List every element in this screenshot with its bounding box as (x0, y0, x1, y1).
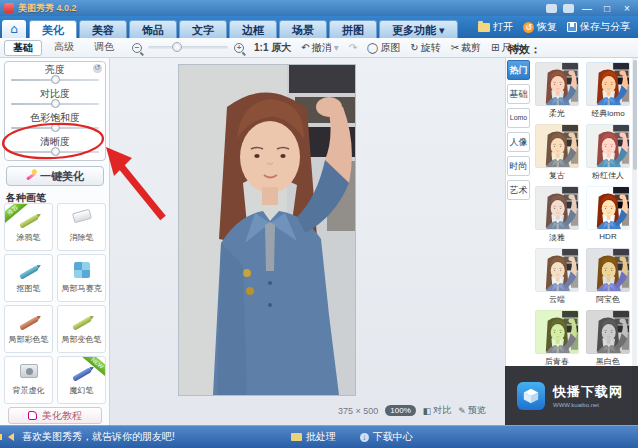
effects-panel-title: 特效： (508, 42, 541, 57)
brightness-thumb[interactable] (51, 75, 60, 84)
folder-open-icon (478, 23, 490, 32)
kuaibo-cube-icon (517, 382, 545, 410)
photo-dimensions: 375 × 500 (338, 406, 378, 416)
compare-original-button[interactable]: ◯ 原图 (367, 41, 400, 55)
photo-info-bar: 375 × 500 100% ◧ 对比 ✎ 预览 (338, 404, 486, 417)
crop-button[interactable]: ✂ 裁剪 (451, 41, 481, 55)
filter-thumb[interactable] (535, 124, 579, 168)
contrast-track[interactable] (11, 103, 99, 105)
close-button[interactable]: × (620, 4, 634, 13)
undo-button[interactable]: ↶ 撤消 ▾ (301, 41, 338, 55)
tab-beauty[interactable]: 美容 (79, 20, 127, 38)
tab-frame[interactable]: 边框 (229, 20, 277, 38)
brush-mosaic[interactable]: 局部马赛克 (57, 254, 106, 302)
original-icon: ◯ (367, 42, 378, 53)
effects-cat-fashion[interactable]: 时尚 (507, 156, 530, 176)
open-button[interactable]: 打开 (478, 20, 513, 34)
watermark-name: 快播下载网 (553, 383, 623, 401)
download-icon: ↓ (360, 433, 369, 442)
doodle-pen-icon (19, 214, 39, 228)
filter-thumb[interactable] (586, 124, 630, 168)
filter-thumb[interactable] (535, 62, 579, 106)
filter-thumb[interactable] (586, 186, 630, 230)
effects-scrollbar-thumb[interactable] (633, 60, 637, 170)
subtab-tone[interactable]: 调色 (86, 40, 122, 56)
brightness-track[interactable] (11, 79, 99, 81)
filter-label: 阿宝色 (584, 294, 632, 305)
rotate-button[interactable]: ↻ 旋转 (410, 41, 440, 55)
brush-background-blur[interactable]: 背景虚化 (4, 356, 53, 404)
tab-beautify[interactable]: 美化 (29, 20, 77, 38)
effects-cat-portrait[interactable]: 人像 (507, 132, 530, 152)
zoom-slider[interactable] (148, 46, 228, 49)
restore-button[interactable]: ↺ 恢复 (523, 20, 557, 34)
sharpness-thumb[interactable] (51, 147, 60, 156)
slider-contrast: 对比度 (11, 88, 99, 112)
brush-magic-pen[interactable]: NEW 魔幻笔 (57, 356, 106, 404)
saturation-thumb[interactable] (51, 123, 60, 132)
tutorial-button[interactable]: 美化教程 (8, 407, 102, 424)
preview-icon: ✎ (458, 406, 466, 416)
effects-cat-lomo[interactable]: Lomo (507, 108, 530, 128)
cutout-pen-icon (19, 265, 39, 279)
filter-label: 复古 (533, 170, 581, 181)
redo-button[interactable]: ↷ (349, 42, 357, 53)
brush-doodle-pen[interactable]: 推荐 涂鸦笔 (4, 203, 53, 251)
brush-cutout-pen[interactable]: 抠图笔 (4, 254, 53, 302)
slider-brightness: 亮度 (11, 64, 99, 88)
recolor-brush-icon (72, 316, 92, 330)
saturation-track[interactable] (11, 127, 99, 129)
batch-process-button[interactable]: 批处理 (291, 430, 336, 444)
filter-thumb[interactable] (535, 186, 579, 230)
tab-more-features[interactable]: 更多功能 ▾ (379, 20, 458, 38)
undo-dropdown-icon[interactable]: ▾ (334, 42, 339, 53)
tab-collage[interactable]: 拼图 (329, 20, 377, 38)
filter-thumb[interactable] (586, 310, 630, 354)
effects-cat-hot[interactable]: 热门 (507, 60, 530, 80)
status-message: 喜欢美图秀秀，就告诉你的朋友吧! (22, 430, 175, 444)
filter-thumb[interactable] (586, 62, 630, 106)
eraser-icon (72, 209, 92, 223)
batch-icon (291, 433, 302, 441)
zoom-in-icon[interactable]: + (234, 43, 244, 53)
save-share-button[interactable]: 保存与分享 (567, 20, 630, 34)
speaker-icon (8, 433, 14, 441)
zoom-slider-thumb[interactable] (172, 42, 182, 52)
contrast-thumb[interactable] (51, 99, 60, 108)
one-click-beautify-button[interactable]: 一键美化 (6, 166, 104, 186)
maximize-button[interactable]: □ (600, 4, 614, 13)
photo-canvas: 375 × 500 100% ◧ 对比 ✎ 预览 (110, 58, 505, 425)
tab-accessories[interactable]: 饰品 (129, 20, 177, 38)
feedback-icon[interactable] (546, 4, 557, 13)
brush-local-color-pen[interactable]: 局部彩色笔 (4, 305, 53, 353)
magic-pen-icon (72, 367, 92, 381)
window-title: 美图秀秀 4.0.2 (18, 2, 77, 15)
brush-recolor-pen[interactable]: 局部变色笔 (57, 305, 106, 353)
hand-cursor-icon (28, 411, 37, 420)
home-button[interactable]: ⌂ (2, 20, 26, 38)
minimize-button[interactable]: — (580, 4, 594, 13)
tab-text[interactable]: 文字 (179, 20, 227, 38)
zoom-out-icon[interactable]: − (132, 43, 142, 53)
zoom-fit-button[interactable]: 1:1 原大 (254, 41, 291, 55)
effects-cat-art[interactable]: 艺术 (507, 180, 530, 200)
subtab-basic[interactable]: 基础 (4, 40, 42, 56)
subtab-advanced[interactable]: 高级 (46, 40, 82, 56)
tab-scene[interactable]: 场景 (279, 20, 327, 38)
edited-photo[interactable] (178, 64, 356, 396)
download-center-button[interactable]: ↓ 下载中心 (360, 430, 413, 444)
preview-button[interactable]: ✎ 预览 (458, 404, 486, 417)
filter-thumb[interactable] (586, 248, 630, 292)
adjust-card: ↺ 亮度 对比度 色彩饱和度 清晰度 (4, 61, 106, 161)
effects-cat-basic[interactable]: 基础 (507, 84, 530, 104)
skin-icon[interactable] (563, 4, 574, 13)
compare-button[interactable]: ◧ 对比 (423, 404, 452, 417)
sub-toolbar: 基础 高级 调色 − + 1:1 原大 ↶ 撤消 ▾ ↷ ◯ 原图 ↻ 旋转 ✂… (0, 38, 638, 58)
sharpness-track[interactable] (11, 151, 99, 153)
filter-label: HDR (584, 232, 632, 241)
filter-thumb[interactable] (535, 248, 579, 292)
brush-remove-pen[interactable]: 消除笔 (57, 203, 106, 251)
filter-label: 柔光 (533, 108, 581, 119)
filter-thumb[interactable] (535, 310, 579, 354)
app-logo-icon (4, 3, 14, 13)
